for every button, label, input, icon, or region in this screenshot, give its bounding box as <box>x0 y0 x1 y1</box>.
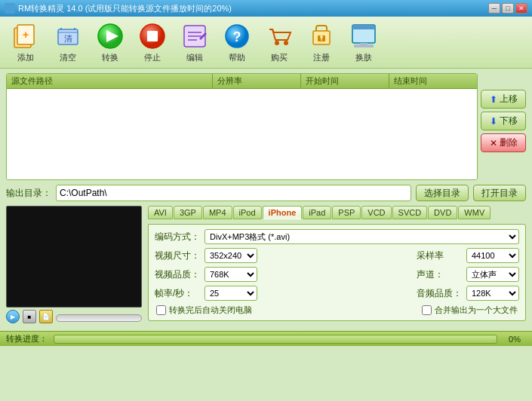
delete-button[interactable]: ✕ 删除 <box>481 133 526 152</box>
status-label: 转换进度： <box>6 333 48 344</box>
add-button[interactable]: + 添加 <box>6 20 45 65</box>
edit-icon <box>180 21 210 51</box>
quality-row: 视频品质： 768K 声道： 立体声 <box>155 267 519 282</box>
svg-rect-28 <box>360 43 367 46</box>
tab-ipod[interactable]: iPod <box>233 206 262 219</box>
add-icon: + <box>11 21 41 51</box>
convert-label: 转换 <box>102 52 118 63</box>
bottom-options: 转换完后自动关闭电脑 合并输出为一个大文件 <box>155 305 519 316</box>
codec-label: 编码方式： <box>155 231 200 243</box>
codec-select[interactable]: DivX+MP3格式 (*.avi) <box>204 229 519 244</box>
edit-button[interactable]: 编辑 <box>175 20 214 65</box>
svg-text:?: ? <box>233 29 241 44</box>
clear-button[interactable]: 清 清空 <box>48 20 88 65</box>
select-dir-button[interactable]: 选择目录 <box>416 185 469 201</box>
tab-dvd[interactable]: DVD <box>428 206 457 219</box>
svg-point-20 <box>284 41 288 45</box>
fps-select[interactable]: 25 <box>204 286 257 301</box>
file-table-header: 源文件路径 分辨率 开始时间 结束时间 <box>7 74 477 89</box>
stop-preview-button[interactable]: ■ <box>23 310 36 323</box>
app-icon <box>5 3 15 14</box>
close-button[interactable]: ✕ <box>515 3 527 14</box>
format-tabs: AVI 3GP MP4 iPod iPhone iPad PSP VCD SVC… <box>148 206 526 219</box>
merge-output-checkbox[interactable] <box>422 305 432 315</box>
bottom-section: ▶ ■ 📄 AVI 3GP MP4 iPod iPhone iPad PSP V… <box>6 206 526 323</box>
convert-icon <box>95 21 125 51</box>
codec-row: 编码方式： DivX+MP3格式 (*.avi) <box>155 229 519 244</box>
fps-row: 帧率/秒： 25 音频品质： 128K <box>155 286 519 301</box>
tab-ipad[interactable]: iPad <box>303 206 331 219</box>
col-end: 结束时间 <box>389 74 477 88</box>
stop-button[interactable]: 停止 <box>133 20 172 65</box>
svg-rect-26 <box>352 25 375 29</box>
tab-psp[interactable]: PSP <box>332 206 361 219</box>
channel-label: 声道： <box>417 268 462 281</box>
clear-label: 清空 <box>60 52 76 63</box>
tab-svcd[interactable]: SVCD <box>392 206 428 219</box>
preview-box <box>6 206 142 308</box>
output-path-input[interactable] <box>56 185 411 201</box>
channel-select[interactable]: 立体声 <box>466 267 519 282</box>
preview-area: ▶ ■ 📄 <box>6 206 142 323</box>
skin-button[interactable]: 换肤 <box>344 20 383 65</box>
auto-shutdown-label: 转换完后自动关闭电脑 <box>169 305 252 316</box>
fps-label: 帧率/秒： <box>155 287 200 300</box>
help-icon: ? <box>222 21 252 51</box>
samplerate-label: 采样率 <box>417 249 462 262</box>
merge-output-row[interactable]: 合并输出为一个大文件 <box>422 305 518 316</box>
settings-panel: 编码方式： DivX+MP3格式 (*.avi) 视频尺寸： 352x240 采… <box>148 224 526 321</box>
samplerate-select[interactable]: 44100 <box>466 248 519 263</box>
audioquality-label: 音频品质： <box>417 287 462 300</box>
move-up-button[interactable]: ⬆ 上移 <box>481 90 526 109</box>
file-body[interactable] <box>7 89 477 179</box>
main-content: 源文件路径 分辨率 开始时间 结束时间 ⬆ 上移 ⬇ 下移 ✕ 删除 输出目录： <box>0 69 532 328</box>
open-file-button[interactable]: 📄 <box>39 310 53 323</box>
buy-label: 购买 <box>271 52 288 63</box>
help-button[interactable]: ? 帮助 <box>217 20 257 65</box>
preview-progress <box>56 314 142 322</box>
tab-3gp[interactable]: 3GP <box>174 206 202 219</box>
tab-vcd[interactable]: VCD <box>361 206 391 219</box>
svg-text:清: 清 <box>64 34 72 43</box>
move-down-button[interactable]: ⬇ 下移 <box>481 112 526 130</box>
maximize-button[interactable]: □ <box>502 3 514 14</box>
settings-area: AVI 3GP MP4 iPod iPhone iPad PSP VCD SVC… <box>148 206 526 323</box>
clear-icon: 清 <box>53 21 83 51</box>
convert-button[interactable]: 转换 <box>91 20 130 65</box>
audioquality-select[interactable]: 128K <box>466 286 519 301</box>
stop-label: 停止 <box>144 52 161 63</box>
svg-text:+: + <box>23 29 29 41</box>
buy-button[interactable]: 购买 <box>260 20 299 65</box>
buy-icon <box>264 21 294 51</box>
register-icon <box>306 21 337 51</box>
quality-label: 视频品质： <box>155 268 200 281</box>
tab-wmv[interactable]: WMV <box>458 206 490 219</box>
size-row: 视频尺寸： 352x240 采样率 44100 <box>155 248 519 263</box>
file-list-buttons: ⬆ 上移 ⬇ 下移 ✕ 删除 <box>481 73 526 180</box>
tab-avi[interactable]: AVI <box>148 206 173 219</box>
file-table: 源文件路径 分辨率 开始时间 结束时间 <box>6 73 478 180</box>
col-res: 分辨率 <box>213 74 301 88</box>
register-button[interactable]: 注册 <box>302 20 341 65</box>
auto-shutdown-row[interactable]: 转换完后自动关闭电脑 <box>156 305 252 316</box>
status-percent: 0% <box>503 335 526 344</box>
output-row: 输出目录： 选择目录 打开目录 <box>6 185 526 201</box>
arrow-up-icon: ⬆ <box>490 94 497 105</box>
size-label: 视频尺寸： <box>155 249 200 262</box>
svg-rect-11 <box>147 31 158 41</box>
tab-iphone[interactable]: iPhone <box>263 206 303 219</box>
skin-icon <box>349 21 379 51</box>
play-button[interactable]: ▶ <box>6 310 20 323</box>
size-select[interactable]: 352x240 <box>204 248 257 263</box>
auto-shutdown-checkbox[interactable] <box>156 305 166 315</box>
window-controls: ─ □ ✕ <box>488 3 527 14</box>
tab-mp4[interactable]: MP4 <box>203 206 232 219</box>
open-dir-button[interactable]: 打开目录 <box>473 185 526 201</box>
quality-select[interactable]: 768K <box>204 267 257 282</box>
output-label: 输出目录： <box>6 187 51 200</box>
register-label: 注册 <box>313 52 330 63</box>
svg-point-19 <box>275 41 279 45</box>
svg-point-23 <box>320 35 323 38</box>
minimize-button[interactable]: ─ <box>488 3 500 14</box>
add-label: 添加 <box>17 52 34 63</box>
